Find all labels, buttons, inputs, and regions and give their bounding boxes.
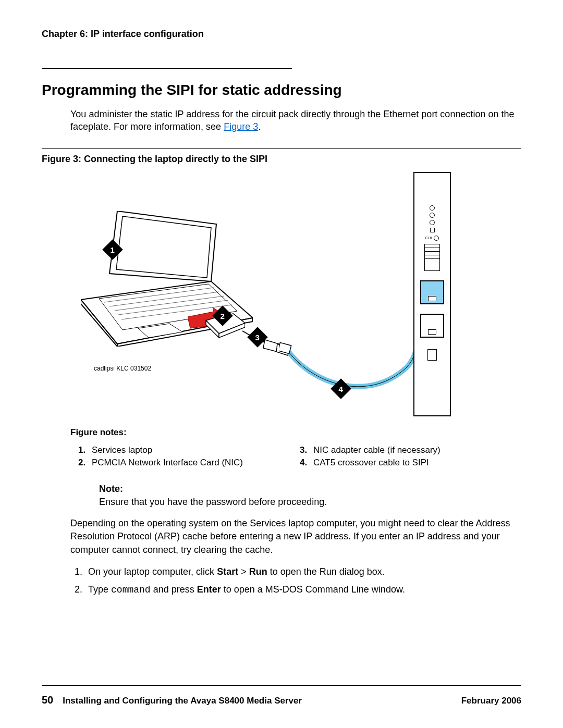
figure-caption: Figure 3: Connecting the laptop directly… xyxy=(42,154,521,165)
step2-pre: Type xyxy=(88,584,111,595)
footer-doc-title: Installing and Configuring the Avaya S84… xyxy=(63,696,461,706)
note-text-1: Services laptop xyxy=(92,444,152,457)
note-num-4: 4. xyxy=(300,456,309,470)
sipi-clk-label: CLK xyxy=(425,236,433,240)
chapter-header: Chapter 6: IP interface configuration xyxy=(42,29,521,40)
sipi-faceplate-drawing: CLK xyxy=(413,172,451,416)
intro-paragraph: You administer the static IP address for… xyxy=(70,108,521,133)
figure-3-illustration: CLK 1 2 3 4 cadlipsi KLC 031502 xyxy=(42,172,521,422)
note-text: Ensure that you have the password before… xyxy=(99,496,521,509)
note-num-1: 1. xyxy=(78,444,88,457)
page-number: 50 xyxy=(42,694,53,706)
note-text-4: CAT5 crossover cable to SIPI xyxy=(313,456,429,470)
note-text-3: NIC adapter cable (if necessary) xyxy=(313,444,440,457)
footer-date: February 2006 xyxy=(461,696,521,706)
step2-mid: and press xyxy=(151,584,197,595)
note-num-3: 3. xyxy=(300,444,309,457)
callout-4-label: 4 xyxy=(339,384,343,393)
section-title: Programming the SIPI for static addressi… xyxy=(42,82,521,98)
step2-command: command xyxy=(111,585,151,595)
svg-marker-17 xyxy=(276,344,289,355)
header-rule xyxy=(42,68,292,69)
steps-list: On your laptop computer, click Start > R… xyxy=(70,565,521,598)
note-label: Note: xyxy=(99,483,521,496)
callout-1-label: 1 xyxy=(111,245,115,254)
sipi-top-rj45 xyxy=(420,280,444,304)
note-num-2: 2. xyxy=(78,456,88,470)
step-1: On your laptop computer, click Start > R… xyxy=(85,565,521,579)
figure-3-link[interactable]: Figure 3 xyxy=(224,121,258,132)
step1-mid: > xyxy=(238,566,249,577)
figure-notes: 1.Services laptop 2.PCMCIA Network Inter… xyxy=(78,444,521,470)
step1-post: to open the Run dialog box. xyxy=(267,566,385,577)
step1-run: Run xyxy=(249,566,267,577)
note-block: Note: Ensure that you have the password … xyxy=(99,483,521,509)
figure-credit: cadlipsi KLC 031502 xyxy=(94,365,151,372)
step1-start: Start xyxy=(217,566,238,577)
figure-top-rule xyxy=(42,148,521,149)
figure-notes-label: Figure notes: xyxy=(70,427,521,438)
step-2: Type command and press Enter to open a M… xyxy=(85,583,521,598)
callout-4: 4 xyxy=(331,378,351,399)
step2-post: to open a MS-DOS Command Line window. xyxy=(221,584,405,595)
intro-text-before: You administer the static IP address for… xyxy=(70,109,514,132)
callout-3-label: 3 xyxy=(255,332,260,341)
page-footer: 50 Installing and Configuring the Avaya … xyxy=(42,685,521,706)
body-paragraph: Depending on the operating system on the… xyxy=(70,517,521,557)
step2-enter: Enter xyxy=(197,584,221,595)
note-text-2: PCMCIA Network Interface Card (NIC) xyxy=(92,456,243,470)
intro-text-after: . xyxy=(258,121,261,132)
sipi-bottom-rj45 xyxy=(420,314,444,338)
step1-pre: On your laptop computer, click xyxy=(88,566,217,577)
cat5-cable-drawing xyxy=(279,289,425,399)
adapter-drawing xyxy=(240,328,297,365)
callout-2-label: 2 xyxy=(221,311,225,320)
